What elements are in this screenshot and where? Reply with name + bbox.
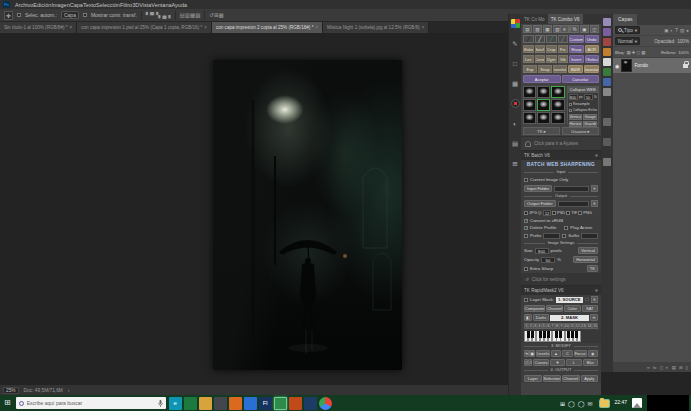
modify-button[interactable]: ▲: [551, 350, 561, 357]
artwork-image[interactable]: [213, 60, 402, 370]
brush-icon[interactable]: ╱: [523, 35, 534, 43]
clear-input-button[interactable]: ✕: [591, 185, 598, 192]
collapsed-panel-icon[interactable]: [603, 18, 611, 26]
vertical-button[interactable]: Vertical: [578, 247, 598, 254]
jpg-checkbox[interactable]: [524, 211, 528, 215]
dock-panel-icon[interactable]: □: [511, 59, 520, 68]
tab-layers[interactable]: Capas: [613, 14, 637, 25]
distribute-icon[interactable]: ▧: [195, 12, 200, 18]
web-option-button[interactable]: Gauge: [583, 114, 597, 120]
output-folder-button[interactable]: Output Folder: [524, 200, 556, 207]
mask-thumbnail[interactable]: [551, 86, 564, 98]
lock-option-icon[interactable]: ◻: [637, 50, 641, 55]
tk-action-chip[interactable]: Batch: [535, 45, 546, 53]
dock-panel-icon[interactable]: ◐: [511, 119, 520, 128]
menu-item[interactable]: Imagen: [51, 2, 69, 8]
layer-row-background[interactable]: ◉ Fondo: [613, 58, 691, 73]
clear-mask-button[interactable]: ✕: [591, 296, 598, 303]
tk-action-chip[interactable]: Snap: [538, 65, 552, 73]
show-transform-checkbox[interactable]: [83, 13, 87, 17]
status-chevron-icon[interactable]: ›: [68, 388, 70, 393]
collapsed-panel-icon[interactable]: [603, 118, 611, 126]
tk-button[interactable]: TK: [587, 265, 598, 272]
png-checkbox[interactable]: [578, 211, 582, 215]
dock-panel-icon[interactable]: ⊞: [511, 159, 520, 168]
layers-panel-action-icon[interactable]: ∞: [647, 365, 650, 370]
web-checkbox[interactable]: [569, 109, 572, 112]
dock-panel-icon[interactable]: [511, 19, 520, 28]
modify-button[interactable]: ◉: [588, 350, 598, 357]
taskbar-app-icon[interactable]: [319, 397, 332, 410]
document-tab[interactable]: con capa impresion 2 copia al 25% (RGB/1…: [212, 22, 323, 33]
start-button[interactable]: ⊞: [2, 395, 13, 411]
workspace-icon[interactable]: ▦: [219, 12, 224, 18]
tray-icon[interactable]: ◯: [568, 401, 575, 407]
opacity-field[interactable]: 50: [541, 257, 555, 263]
panel-menu-icon[interactable]: ≡: [595, 153, 598, 158]
tab-tk-combo[interactable]: TK Combo V6: [548, 14, 583, 24]
invert-button[interactable]: Invert: [569, 55, 584, 63]
tk-file-icon[interactable]: ▤: [523, 25, 532, 33]
collapsed-panel-icon[interactable]: [603, 48, 611, 56]
tk-action-chip[interactable]: Lev: [523, 55, 534, 63]
taskbar-app-icon[interactable]: [184, 397, 197, 410]
move-tool-icon[interactable]: ✛: [4, 11, 13, 20]
taskbar-app-icon[interactable]: Fl: [259, 397, 272, 410]
modify-button[interactable]: L: [566, 359, 581, 366]
layer-filter-icon[interactable]: ◐: [671, 28, 674, 33]
mask-thumbnail[interactable]: [523, 112, 536, 124]
collapsed-panel-icon[interactable]: [603, 58, 611, 66]
menu-item[interactable]: Edición: [33, 2, 51, 8]
output-button[interactable]: Channel: [562, 375, 580, 382]
collapsed-panel-icon[interactable]: [603, 78, 611, 86]
taskbar-app-icon[interactable]: [289, 397, 302, 410]
close-tab-icon[interactable]: ×: [422, 25, 425, 30]
current-image-checkbox[interactable]: [524, 178, 528, 182]
modify-button[interactable]: Levels: [536, 350, 550, 357]
opacity-value[interactable]: 100%: [677, 39, 689, 44]
taskbar-app-icon[interactable]: [229, 397, 242, 410]
tk-nav-button[interactable]: TK ▸: [523, 127, 560, 135]
input-folder-button[interactable]: Input Folder: [524, 185, 552, 192]
mask-thumbnail[interactable]: [523, 86, 536, 98]
layer-filter-icon[interactable]: ▨: [680, 28, 684, 33]
cancel-button[interactable]: Cancelar: [562, 75, 600, 83]
taskbar-app-icon[interactable]: [244, 397, 257, 410]
source-button[interactable]: Color: [564, 305, 580, 312]
play-action-checkbox[interactable]: [564, 226, 568, 230]
mask-thumbnail[interactable]: [551, 99, 564, 111]
web-size-field[interactable]: 800: [569, 94, 578, 100]
modify-icon-button[interactable]: #: [528, 359, 532, 366]
dock-panel-icon[interactable]: ✎: [511, 39, 520, 48]
align-icon[interactable]: ▗: [166, 12, 170, 18]
bw-button[interactable]: B&W: [568, 65, 583, 73]
tk-action-chip[interactable]: Exp: [523, 65, 537, 73]
document-tab[interactable]: Sin título-1 al 100% (RGB/8#) * ×: [0, 22, 77, 33]
piano-key[interactable]: [575, 331, 578, 338]
psd-checkbox[interactable]: [552, 211, 556, 215]
collapsed-panel-icon[interactable]: [603, 68, 611, 76]
custom-button[interactable]: Custom: [569, 35, 584, 43]
lock-option-icon[interactable]: ▦: [627, 50, 631, 55]
microphone-icon[interactable]: [158, 400, 163, 407]
layer-name[interactable]: Fondo: [634, 63, 648, 68]
piano-key[interactable]: [527, 331, 530, 338]
delete-profile-checkbox[interactable]: [524, 226, 528, 230]
panel-menu-icon[interactable]: ≡: [595, 288, 598, 293]
modify-button[interactable]: ▼: [550, 359, 565, 366]
source-button[interactable]: Channel: [546, 305, 563, 312]
menu-item[interactable]: Ventana: [151, 2, 171, 8]
collapsed-panel-icon[interactable]: [603, 158, 611, 166]
lock-option-icon[interactable]: ✚: [632, 50, 636, 55]
taskbar-app-icon[interactable]: [199, 397, 212, 410]
mask-thumbnail[interactable]: [537, 112, 550, 124]
select-button[interactable]: #Select: [585, 55, 600, 63]
menu-item[interactable]: Archivo: [15, 2, 33, 8]
close-tab-icon[interactable]: ×: [70, 25, 73, 30]
auto-select-dropdown[interactable]: Capa: [61, 11, 79, 19]
tk-mini-button[interactable]: %: [570, 25, 579, 33]
tray-icon[interactable]: ✉: [587, 401, 592, 407]
tray-icon[interactable]: ◯: [578, 401, 585, 407]
file-explorer-icon[interactable]: [600, 400, 609, 407]
auto-select-checkbox[interactable]: [17, 13, 21, 17]
